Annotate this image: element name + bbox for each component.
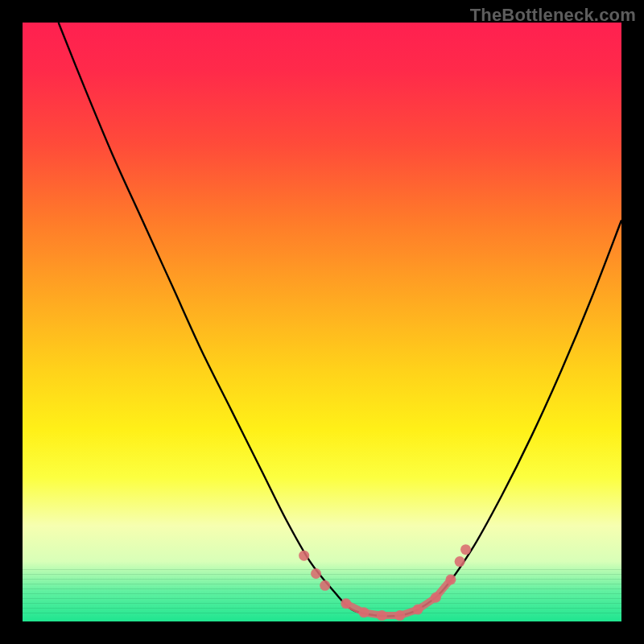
marker-dot (320, 580, 330, 591)
plot-area (23, 23, 621, 621)
marker-dot (455, 556, 465, 567)
marker-dot (299, 551, 309, 561)
marker-dot (377, 610, 387, 621)
watermark-text: TheBottleneck.com (470, 5, 636, 26)
marker-dot (431, 592, 441, 603)
marker-dot (311, 568, 321, 579)
marker-dot (445, 574, 456, 584)
marker-dot (359, 607, 369, 617)
marker-dot (394, 610, 405, 621)
marker-dot (341, 598, 351, 609)
marker-dot (413, 605, 423, 615)
chart-frame: TheBottleneck.com (0, 0, 644, 644)
marker-dot (460, 544, 471, 555)
marker-layer (23, 23, 621, 621)
